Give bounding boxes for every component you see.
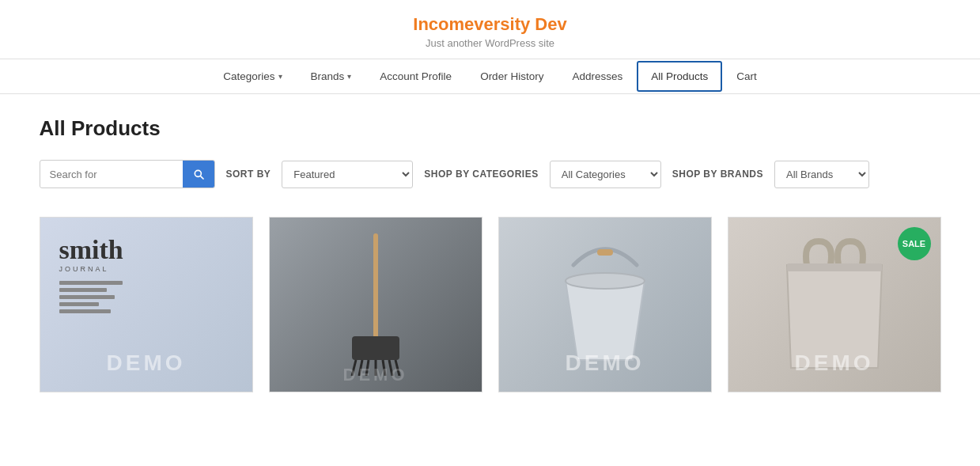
sale-badge: SALE: [898, 227, 931, 260]
tool-svg: [340, 233, 411, 376]
nav-item-account-profile[interactable]: Account Profile: [365, 59, 466, 93]
bucket-svg: [550, 241, 660, 368]
categories-label: SHOP BY CATEGORIES: [424, 169, 538, 180]
products-grid: smith JOURNAL DEMO: [40, 217, 941, 392]
page-content: All Products SORT BY FeaturedNewestPrice…: [24, 94, 957, 392]
chevron-down-icon: ▾: [347, 72, 351, 81]
search-icon: [192, 168, 205, 180]
product-image-3: DEMO: [499, 218, 711, 392]
product-image-4: DEMO SALE: [728, 218, 940, 392]
brands-label: SHOP BY BRANDS: [672, 169, 763, 180]
product-card[interactable]: smith JOURNAL DEMO: [40, 217, 253, 392]
brands-select[interactable]: All BrandsBrand ABrand B: [774, 161, 869, 188]
demo-watermark-1: DEMO: [107, 350, 186, 376]
categories-select[interactable]: All CategoriesBooksToolsHome: [550, 161, 661, 188]
demo-watermark-2: DEMO: [343, 365, 408, 385]
svg-rect-11: [787, 263, 882, 271]
nav-item-cart[interactable]: Cart: [722, 59, 771, 93]
site-tagline: Just another WordPress site: [0, 37, 980, 49]
chevron-down-icon: ▾: [278, 72, 282, 81]
demo-watermark-3: DEMO: [566, 350, 645, 376]
nav-item-brands[interactable]: Brands ▾: [297, 59, 366, 93]
product-card[interactable]: DEMO: [269, 217, 482, 392]
nav-item-all-products[interactable]: All Products: [637, 61, 722, 92]
svg-point-10: [566, 273, 645, 289]
page-title: All Products: [40, 116, 941, 141]
product-image-1: smith JOURNAL DEMO: [40, 218, 252, 392]
demo-watermark-4: DEMO: [795, 350, 874, 376]
nav-item-addresses[interactable]: Addresses: [558, 59, 637, 93]
product-card[interactable]: DEMO SALE: [728, 217, 941, 392]
site-header: Incomeversity Dev Just another WordPress…: [0, 0, 980, 59]
svg-rect-1: [352, 336, 399, 360]
site-title[interactable]: Incomeversity Dev: [413, 14, 566, 34]
sort-by-label: SORT BY: [226, 169, 271, 180]
product-image-2: DEMO: [270, 218, 482, 392]
svg-rect-0: [373, 233, 378, 344]
search-input[interactable]: [40, 162, 183, 187]
nav-item-categories[interactable]: Categories ▾: [209, 59, 296, 93]
product-card[interactable]: DEMO: [498, 217, 712, 392]
svg-rect-9: [597, 249, 613, 256]
main-nav: Categories ▾Brands ▾Account ProfileOrder…: [0, 59, 980, 94]
sort-by-select[interactable]: FeaturedNewestPrice: Low to HighPrice: H…: [282, 161, 413, 188]
search-wrapper: [40, 160, 215, 188]
search-button[interactable]: [183, 161, 214, 188]
filter-bar: SORT BY FeaturedNewestPrice: Low to High…: [40, 160, 941, 188]
nav-item-order-history[interactable]: Order History: [466, 59, 558, 93]
nav-list: Categories ▾Brands ▾Account ProfileOrder…: [0, 59, 980, 93]
